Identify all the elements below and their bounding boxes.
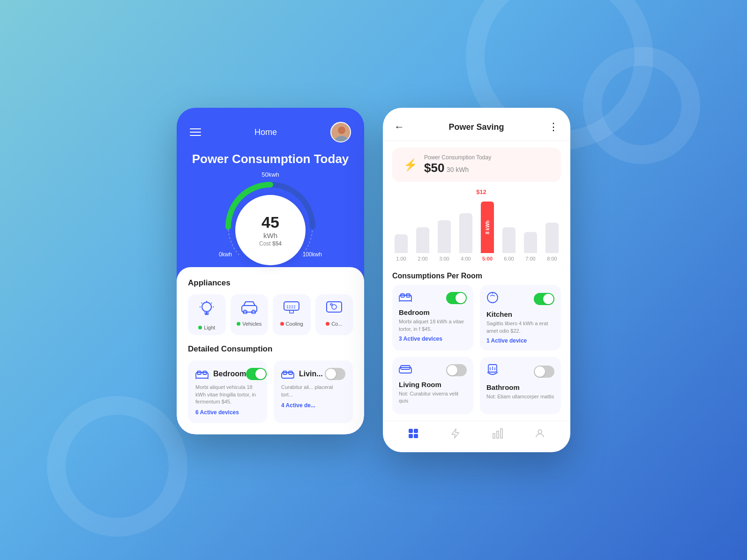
bedroom-room-active: 3 Active devices xyxy=(399,336,467,342)
gauge-label-top: 50kwh xyxy=(261,171,279,178)
svg-point-4 xyxy=(202,302,211,312)
detailed-title: Detailed Consumption xyxy=(188,344,353,354)
bar-5-active: 8 kWh xyxy=(481,202,494,253)
bar-8 xyxy=(545,223,559,253)
svg-rect-31 xyxy=(399,295,411,301)
detail-bedroom: Bedroom Morbi aliquet vehicula 18 kWh vi… xyxy=(188,360,267,423)
bottom-nav xyxy=(383,421,570,452)
power-card-value: $50 xyxy=(424,161,444,175)
appliances-row: Light xyxy=(188,294,353,335)
time-8: 8:00 xyxy=(543,256,561,261)
svg-rect-38 xyxy=(399,367,411,373)
nav-profile[interactable] xyxy=(534,428,545,439)
bedroom-room-name: Bedroom xyxy=(399,308,467,316)
power-card-info: Power Consumption Today $50 30 kWh xyxy=(424,154,491,175)
living-active: 4 Active de... xyxy=(281,402,345,409)
room-kitchen: Kitchen Sagittis libero 4 kWh a erat ame… xyxy=(480,285,561,351)
svg-rect-28 xyxy=(282,373,294,378)
bar-7 xyxy=(524,232,537,253)
right-header: ← Power Saving ⋮ xyxy=(383,108,570,141)
appliance-vehicles[interactable]: Vehicles xyxy=(231,294,269,335)
bar-7:00 xyxy=(522,197,539,253)
vehicles-label: Vehicles xyxy=(237,321,261,327)
kitchen-card-top xyxy=(486,291,554,306)
chart-bars: 8 kWh xyxy=(392,197,561,253)
detail-living: Livin... Curabitur ali... placerat tort.… xyxy=(274,360,353,423)
svg-point-36 xyxy=(487,292,498,303)
time-3: 3:00 xyxy=(435,256,453,261)
bedroom-detail-icon xyxy=(195,369,209,379)
bar-2:00 xyxy=(414,197,432,253)
menu-icon[interactable] xyxy=(190,128,201,136)
bathroom-room-name: Bathroom xyxy=(486,383,554,391)
bathroom-room-toggle[interactable] xyxy=(534,366,554,378)
back-button[interactable]: ← xyxy=(394,121,404,133)
time-6: 6:00 xyxy=(500,256,518,261)
bg-decoration-2 xyxy=(47,396,187,537)
living-desc: Curabitur ali... placerat tort... xyxy=(281,384,345,398)
time-2: 2:00 xyxy=(414,256,432,261)
bedroom-toggle[interactable] xyxy=(246,368,267,380)
living-detail-icon xyxy=(281,369,294,379)
detail-cards: Bedroom Morbi aliquet vehicula 18 kWh vi… xyxy=(188,360,353,423)
bar-6 xyxy=(502,227,515,253)
svg-rect-46 xyxy=(409,434,413,438)
more-button[interactable]: ⋮ xyxy=(548,121,559,133)
other-icon xyxy=(326,301,343,317)
time-4: 4:00 xyxy=(457,256,475,261)
bar-1 xyxy=(395,234,408,253)
light-icon xyxy=(200,301,214,321)
rooms-grid: Bedroom Morbi aliquet 18 kWh a vitae tor… xyxy=(383,285,570,414)
room-living: Living Room Not: Curabitur viverra velit… xyxy=(392,357,473,414)
kitchen-room-toggle[interactable] xyxy=(534,293,554,305)
bar-5:00-active: 8 kWh xyxy=(478,197,496,253)
appliance-other[interactable]: Co... xyxy=(315,294,353,335)
nav-stats[interactable] xyxy=(492,428,503,439)
nav-home[interactable] xyxy=(408,428,419,439)
right-header-title: Power Saving xyxy=(448,122,504,132)
power-card-kwh: 30 kWh xyxy=(447,166,469,173)
light-label: Light xyxy=(198,325,215,330)
bar-4 xyxy=(459,213,472,253)
bedroom-room-desc: Morbi aliquet 18 kWh a vitae tortor, in … xyxy=(399,318,467,333)
left-bottom-panel: Appliances xyxy=(177,267,364,434)
bedroom-active: 6 Active devices xyxy=(195,409,260,416)
other-dot xyxy=(326,322,329,326)
avatar[interactable] xyxy=(330,122,351,142)
gauge-cost: Cost $54 xyxy=(259,240,282,247)
gauge-unit: kWh xyxy=(263,231,277,239)
svg-point-1 xyxy=(338,127,345,134)
left-header: Home xyxy=(177,108,364,147)
appliance-light[interactable]: Light xyxy=(188,294,226,335)
living-card-top xyxy=(399,364,467,377)
chart-container: $12 8 kWh xyxy=(383,188,570,264)
nav-energy[interactable] xyxy=(450,428,461,439)
detail-bedroom-header: Bedroom xyxy=(195,368,260,380)
home-nav-icon xyxy=(408,428,419,439)
other-label: Co... xyxy=(326,321,342,327)
lightning-icon: ⚡ xyxy=(403,158,418,172)
bedroom-title: Bedroom xyxy=(213,370,246,378)
living-toggle[interactable] xyxy=(325,368,345,380)
left-phone: Home Power Consumption Today 50kwh xyxy=(177,108,364,434)
chart-price-label: $12 xyxy=(476,188,486,195)
appliances-section: Appliances xyxy=(188,278,353,335)
svg-point-21 xyxy=(332,305,336,309)
gauge-value: 45 xyxy=(261,213,279,231)
left-header-title: Home xyxy=(254,127,277,137)
bedroom-room-toggle[interactable] xyxy=(446,292,467,304)
bathroom-room-desc: Not: Etiam ullamcorper mattis xyxy=(486,393,554,400)
living-room-toggle[interactable] xyxy=(446,364,467,376)
svg-rect-45 xyxy=(414,429,418,433)
detail-living-header: Livin... xyxy=(281,368,345,380)
svg-line-11 xyxy=(202,303,202,303)
bedroom-card-top xyxy=(399,291,467,305)
svg-rect-49 xyxy=(497,431,499,438)
room-bathroom: Bathroom Not: Etiam ullamcorper mattis xyxy=(480,357,561,414)
living-room-name: Living Room xyxy=(399,381,467,388)
svg-rect-50 xyxy=(500,429,502,438)
appliance-cooling[interactable]: Cooling xyxy=(273,294,311,335)
light-dot xyxy=(198,326,202,329)
vehicles-icon xyxy=(241,301,258,317)
power-card-label: Power Consumption Today xyxy=(424,154,491,161)
